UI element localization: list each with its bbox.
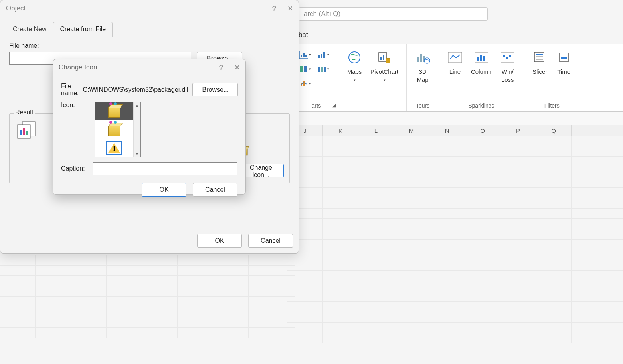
chart-hierarchy-icon[interactable]: ▾ <box>318 49 334 60</box>
object-dialog-title: Object <box>6 4 26 12</box>
svg-rect-27 <box>483 56 485 61</box>
icon-listbox[interactable]: ▲ ▼ <box>95 102 141 157</box>
svg-rect-12 <box>321 67 323 72</box>
col-head-N[interactable]: N <box>429 125 465 136</box>
col-head-O[interactable]: O <box>465 125 500 136</box>
icon-item-warning[interactable] <box>95 139 133 157</box>
sparkline-winloss-label: Win/ Loss <box>501 68 514 83</box>
ci-browse-button[interactable]: Browse... <box>192 83 238 96</box>
ci-cancel-button[interactable]: Cancel <box>193 183 237 197</box>
cells-right[interactable] <box>287 136 623 364</box>
ribbon-group-charts: ▾ ▾ ▾ ▾ ▾ arts ◢ <box>295 44 338 111</box>
object-dialog-footer: OK Cancel <box>197 234 293 248</box>
ribbon: ▾ ▾ ▾ ▾ ▾ arts ◢ Maps ▾ <box>295 44 623 112</box>
svg-rect-23 <box>448 52 462 63</box>
ci-caption-input[interactable] <box>93 162 237 175</box>
svg-rect-18 <box>386 58 390 63</box>
timeline-button[interactable]: Time <box>552 46 576 102</box>
svg-rect-19 <box>417 57 419 62</box>
ci-icon-label: Icon: <box>61 102 91 109</box>
scroll-up-icon[interactable]: ▲ <box>135 102 139 109</box>
result-object-icon <box>15 121 38 139</box>
slicer-button[interactable]: Slicer <box>528 46 552 102</box>
ribbon-tab-visible: bat <box>299 31 308 39</box>
svg-rect-29 <box>503 55 505 57</box>
slicer-label: Slicer <box>532 68 548 76</box>
svg-rect-33 <box>536 54 543 55</box>
chart-map-small-icon[interactable]: ▾ <box>299 64 315 74</box>
pivotchart-button[interactable]: PivotChart ▾ <box>366 46 402 111</box>
object-cancel-button[interactable]: Cancel <box>248 234 293 248</box>
svg-rect-3 <box>305 55 307 57</box>
tab-create-new[interactable]: Create New <box>6 22 53 37</box>
scroll-down-icon[interactable]: ▼ <box>135 150 139 157</box>
ci-path-text: C:\WINDOWS\system32\packager.dll <box>83 86 188 93</box>
svg-rect-20 <box>420 54 422 62</box>
object-dialog-close-icon[interactable]: ✕ <box>287 5 293 12</box>
svg-rect-30 <box>506 57 508 59</box>
svg-point-22 <box>424 58 430 63</box>
ribbon-group-label-filters: Filters <box>544 102 560 111</box>
object-dialog-help-icon[interactable]: ? <box>272 5 276 12</box>
col-header-gutter <box>287 112 623 125</box>
col-head-Q[interactable]: Q <box>536 125 572 136</box>
timeline-icon <box>556 49 572 65</box>
ribbon-group-tours: 3D Map Tours <box>407 44 439 111</box>
object-ok-button[interactable]: OK <box>197 234 242 248</box>
ribbon-group-label-tours: Tours <box>416 102 429 111</box>
col-head-M[interactable]: M <box>394 125 429 136</box>
change-icon-title: Change Icon <box>59 63 97 71</box>
ribbon-group-sparklines: Line Column Win/ Loss Sparklines <box>439 44 524 111</box>
globe-icon <box>346 49 362 65</box>
chevron-down-icon: ▾ <box>354 78 356 82</box>
col-head-P[interactable]: P <box>500 125 536 136</box>
object-filename-label: File name: <box>9 42 290 49</box>
svg-rect-9 <box>321 54 322 58</box>
sparkline-column-button[interactable]: Column <box>467 46 496 102</box>
svg-rect-40 <box>20 130 22 135</box>
svg-rect-25 <box>477 57 479 61</box>
sparkline-line-icon <box>447 49 463 65</box>
tab-create-from-file[interactable]: Create from File <box>53 22 113 37</box>
svg-rect-8 <box>318 55 320 58</box>
svg-rect-26 <box>480 55 482 61</box>
svg-rect-35 <box>536 59 543 60</box>
ribbon-group-filters: Slicer Time Filters <box>524 44 580 111</box>
col-head-K[interactable]: K <box>323 125 358 136</box>
col-head-L[interactable]: L <box>358 125 394 136</box>
chart-statistic-icon[interactable]: ▾ <box>318 64 334 74</box>
ribbon-group-label-sparklines: Sparklines <box>468 102 494 111</box>
cells-left[interactable] <box>0 255 295 364</box>
change-icon-close-icon[interactable]: ✕ <box>234 64 240 71</box>
icon-item-package-selected[interactable] <box>95 102 133 120</box>
svg-rect-10 <box>323 52 325 58</box>
sparkline-line-button[interactable]: Line <box>443 46 467 102</box>
column-headers: J K L M N O P Q <box>287 125 623 136</box>
maps-label: Maps <box>347 68 362 76</box>
object-dialog-tabs: Create New Create from File <box>0 22 299 37</box>
svg-rect-41 <box>23 128 25 135</box>
chart-recommended-icon[interactable]: ▾ <box>299 49 315 60</box>
charts-dialog-launcher-icon[interactable]: ◢ <box>332 103 336 108</box>
change-icon-dialog: Change Icon ? ✕ File name: C:\WINDOWS\sy… <box>53 59 246 195</box>
result-legend: Result <box>14 109 35 116</box>
sparkline-winloss-icon <box>500 49 516 65</box>
icon-item-package-alt[interactable] <box>95 120 133 139</box>
ci-caption-label: Caption: <box>61 165 89 172</box>
3dmap-button[interactable]: 3D Map <box>411 46 435 83</box>
sparkline-winloss-button[interactable]: Win/ Loss <box>496 46 520 102</box>
svg-rect-7 <box>303 81 305 86</box>
ci-ok-button[interactable]: OK <box>142 183 186 197</box>
ribbon-group-label-charts: arts <box>312 102 321 111</box>
change-icon-titlebar[interactable]: Change Icon ? ✕ <box>53 59 245 75</box>
svg-rect-2 <box>303 53 305 57</box>
search-input[interactable]: arch (Alt+Q) <box>299 7 488 21</box>
chart-combo-icon[interactable]: ▾ <box>299 78 315 89</box>
maps-button[interactable]: Maps ▾ <box>342 46 366 111</box>
object-dialog-titlebar[interactable]: Object ? ✕ <box>0 0 299 16</box>
icon-list-scrollbar[interactable]: ▲ ▼ <box>133 102 140 157</box>
svg-rect-13 <box>324 67 326 72</box>
timeline-label: Time <box>557 68 570 76</box>
change-icon-help-icon[interactable]: ? <box>219 64 223 71</box>
pivotchart-label: PivotChart <box>370 68 398 76</box>
